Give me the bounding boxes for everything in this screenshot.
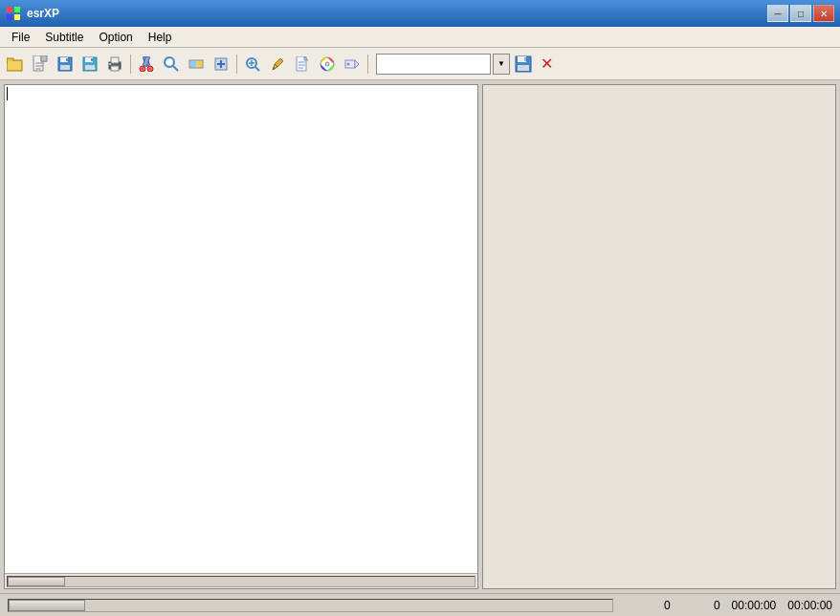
svg-point-55 — [347, 62, 350, 65]
palette-icon — [319, 55, 336, 73]
tool2-button[interactable] — [210, 53, 232, 76]
menu-help[interactable]: Help — [141, 29, 180, 46]
svg-rect-23 — [111, 57, 119, 63]
toolbar-save-icon-button[interactable] — [512, 53, 535, 76]
save-button[interactable] — [54, 53, 77, 76]
open-file-icon — [32, 55, 49, 73]
save-icon — [56, 55, 74, 73]
svg-rect-24 — [111, 66, 119, 71]
print-icon — [106, 55, 123, 73]
scrollbar-track[interactable] — [7, 576, 475, 587]
cut-icon — [138, 55, 155, 73]
window-title: esrXP — [27, 7, 762, 20]
main-content — [0, 80, 840, 593]
svg-line-31 — [173, 66, 178, 71]
status-bar: 0 0 00:00:00 00:00:00 — [0, 593, 840, 616]
left-panel-content[interactable] — [5, 85, 477, 573]
tag-icon — [343, 55, 361, 73]
pen-icon — [269, 55, 286, 73]
save-as-button[interactable]: + — [78, 53, 101, 76]
toolbar-search-input[interactable] — [376, 54, 491, 75]
toolbar-separator-3 — [367, 55, 368, 74]
svg-rect-9 — [41, 55, 47, 61]
status-scrollbar-thumb[interactable] — [9, 600, 85, 611]
minimize-button[interactable]: ─ — [767, 5, 788, 22]
zoom-button[interactable] — [241, 53, 264, 76]
pen-button[interactable] — [266, 53, 289, 76]
horizontal-scrollbar[interactable] — [5, 573, 477, 588]
svg-rect-34 — [190, 61, 196, 67]
svg-rect-59 — [524, 57, 526, 61]
menu-subtitle[interactable]: Subtitle — [37, 29, 91, 46]
status-time1: 00:00:00 — [732, 599, 777, 612]
right-panel-content[interactable] — [483, 85, 835, 588]
svg-rect-3 — [14, 14, 20, 20]
tool1-button[interactable] — [185, 53, 208, 76]
svg-point-28 — [140, 66, 145, 72]
svg-text:+: + — [93, 65, 97, 71]
open-folder-button[interactable] — [4, 53, 27, 76]
svg-rect-20 — [91, 58, 93, 61]
open-folder-icon — [7, 55, 24, 73]
title-bar: esrXP ─ □ ✕ — [0, 0, 840, 27]
window-controls: ─ □ ✕ — [767, 5, 834, 22]
svg-rect-35 — [197, 61, 202, 67]
app-icon — [6, 6, 21, 21]
toolbar: + — [0, 48, 840, 80]
scrollbar-thumb[interactable] — [8, 577, 65, 586]
toolbar-separator-2 — [236, 55, 237, 74]
svg-rect-0 — [7, 7, 12, 12]
svg-point-32 — [166, 59, 172, 65]
left-panel — [4, 84, 478, 589]
doc-icon — [294, 55, 311, 73]
tag-button[interactable] — [341, 53, 364, 76]
svg-rect-6 — [8, 61, 21, 70]
svg-point-52 — [325, 62, 329, 66]
menu-file[interactable]: File — [4, 29, 37, 46]
tool1-icon — [188, 55, 205, 73]
status-count1: 0 — [632, 599, 671, 612]
toolbar-dropdown-button[interactable]: ▼ — [493, 54, 510, 75]
svg-rect-15 — [60, 65, 70, 70]
toolbar-input-area: ▼ — [376, 54, 510, 75]
menu-option[interactable]: Option — [91, 29, 140, 46]
menu-bar: File Subtitle Option Help — [0, 27, 840, 48]
find-button[interactable] — [160, 53, 183, 76]
status-scrollbar[interactable] — [8, 599, 613, 612]
status-count2: 0 — [682, 599, 720, 612]
svg-rect-25 — [109, 63, 111, 65]
status-time2: 00:00:00 — [787, 599, 832, 612]
maximize-button[interactable]: □ — [790, 5, 811, 22]
zoom-icon — [244, 55, 261, 73]
text-cursor — [7, 87, 8, 100]
doc-button[interactable] — [291, 53, 314, 76]
toolbar-separator-1 — [130, 55, 131, 74]
find-icon — [163, 55, 180, 73]
print-button[interactable] — [103, 53, 126, 76]
close-button[interactable]: ✕ — [813, 5, 834, 22]
svg-point-29 — [147, 66, 153, 72]
svg-rect-2 — [7, 14, 12, 20]
tool2-icon — [212, 55, 230, 73]
svg-rect-16 — [66, 58, 68, 61]
svg-line-40 — [255, 67, 259, 71]
save-as-icon: + — [81, 55, 99, 73]
svg-rect-1 — [14, 7, 20, 12]
palette-button[interactable] — [316, 53, 339, 76]
toolbar-save-floppy-icon — [515, 55, 532, 73]
open-file-button[interactable] — [29, 53, 52, 76]
cut-button[interactable] — [135, 53, 158, 76]
right-panel — [482, 84, 836, 589]
svg-marker-54 — [355, 60, 359, 68]
svg-rect-58 — [518, 65, 529, 71]
toolbar-close-button[interactable]: ✕ — [537, 55, 556, 74]
